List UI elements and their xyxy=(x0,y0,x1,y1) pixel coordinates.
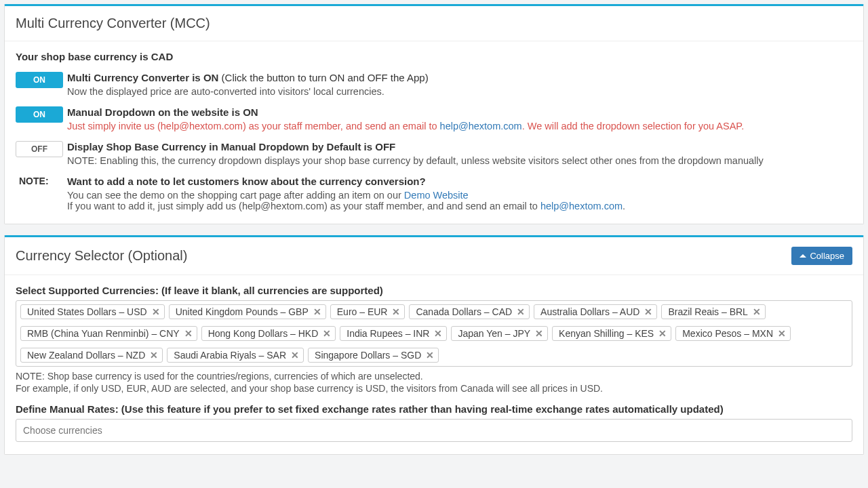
currency-note-1: NOTE: Shop base currency is used for the… xyxy=(16,371,852,382)
toggle-1[interactable]: ON xyxy=(16,106,63,123)
currency-tag: New Zealand Dollars – NZD✕ xyxy=(20,348,163,363)
remove-currency-icon[interactable]: ✕ xyxy=(150,350,158,360)
demo-website-link[interactable]: Demo Website xyxy=(404,190,469,201)
setting-title: Multi Currency Converter is ON (Click th… xyxy=(67,72,852,83)
remove-currency-icon[interactable]: ✕ xyxy=(184,329,193,338)
currency-tag-label: India Rupees – INR xyxy=(347,328,429,339)
currency-selector-header: Currency Selector (Optional) Collapse xyxy=(5,237,863,275)
currency-tag: Mexico Pesos – MXN✕ xyxy=(675,326,791,341)
currency-selector-panel: Currency Selector (Optional) Collapse Se… xyxy=(4,235,864,455)
note-row: NOTE: Want to add a note to let customer… xyxy=(16,176,852,211)
currency-tag: United States Dollars – USD✕ xyxy=(20,304,165,319)
note-title: Want to add a note to let customers know… xyxy=(67,176,852,187)
currency-tag: Hong Kong Dollars – HKD✕ xyxy=(201,326,336,341)
remove-currency-icon[interactable]: ✕ xyxy=(535,329,543,338)
setting-sub: Just simply invite us (help@hextom.com) … xyxy=(67,121,852,131)
collapse-button[interactable]: Collapse xyxy=(791,247,852,265)
remove-currency-icon[interactable]: ✕ xyxy=(778,329,786,338)
currency-tag: RMB (China Yuan Renminbi) – CNY✕ xyxy=(20,326,197,341)
currency-tag-label: Euro – EUR xyxy=(337,306,388,317)
currency-tag: India Rupees – INR✕ xyxy=(340,326,447,341)
setting-row: ONManual Dropdown on the website is ONJu… xyxy=(16,106,852,131)
currency-tag: Canada Dollars – CAD✕ xyxy=(409,304,530,319)
base-currency-line: Your shop base currency is CAD xyxy=(16,51,852,62)
currency-tag-label: Hong Kong Dollars – HKD xyxy=(208,328,319,339)
remove-currency-icon[interactable]: ✕ xyxy=(753,307,761,317)
note-line-1: You can see the demo on the shopping car… xyxy=(67,190,852,201)
currency-tag: Kenyan Shilling – KES✕ xyxy=(552,326,671,341)
currency-tag-label: Saudi Arabia Riyals – SAR xyxy=(174,350,286,361)
toggle-0[interactable]: ON xyxy=(16,72,63,88)
mcc-panel-title: Multi Currency Converter (MCC) xyxy=(16,16,210,31)
supported-currencies-input[interactable]: United States Dollars – USD✕United Kingd… xyxy=(16,300,852,367)
setting-title: Display Shop Base Currency in Manual Dro… xyxy=(67,141,852,152)
currency-tag: Euro – EUR✕ xyxy=(330,304,406,319)
note-label: NOTE: xyxy=(16,176,49,186)
remove-currency-icon[interactable]: ✕ xyxy=(152,307,160,317)
currency-tag-label: Mexico Pesos – MXN xyxy=(682,328,773,339)
remove-currency-icon[interactable]: ✕ xyxy=(517,307,525,317)
chevron-up-icon xyxy=(800,254,806,258)
currency-tag: Saudi Arabia Riyals – SAR✕ xyxy=(167,348,304,363)
currency-selector-title: Currency Selector (Optional) xyxy=(16,248,187,264)
setting-row: ONMulti Currency Converter is ON (Click … xyxy=(16,72,852,97)
currency-tag-label: United Kingdom Pounds – GBP xyxy=(176,306,309,317)
setting-sub: Now the displayed price are auto-convert… xyxy=(67,86,852,97)
remove-currency-icon[interactable]: ✕ xyxy=(323,329,331,338)
currency-tag-label: Singapore Dollars – SGD xyxy=(315,350,421,361)
manual-rates-label: Define Manual Rates: (Use this feature i… xyxy=(16,403,852,415)
setting-title: Manual Dropdown on the website is ON xyxy=(67,106,852,118)
currency-selector-body: Select Supported Currencies: (If leave i… xyxy=(5,275,863,454)
currency-tag: Australia Dollars – AUD✕ xyxy=(534,304,657,319)
currency-tag-label: Kenyan Shilling – KES xyxy=(559,328,654,339)
mcc-panel-body: Your shop base currency is CAD ONMulti C… xyxy=(5,41,863,224)
help-email-link[interactable]: help@hextom.com xyxy=(440,121,522,131)
currency-tag-label: Japan Yen – JPY xyxy=(458,328,530,339)
setting-row: OFFDisplay Shop Base Currency in Manual … xyxy=(16,141,852,166)
currency-tag-label: New Zealand Dollars – NZD xyxy=(27,350,145,361)
remove-currency-icon[interactable]: ✕ xyxy=(434,329,442,338)
mcc-panel: Multi Currency Converter (MCC) Your shop… xyxy=(4,4,864,224)
note-line-2-post: . xyxy=(623,201,625,211)
help-email-link[interactable]: help@hextom.com xyxy=(540,201,623,211)
note-line-2-pre: If you want to add it, just simply add u… xyxy=(67,201,540,211)
remove-currency-icon[interactable]: ✕ xyxy=(392,307,400,317)
manual-rates-input[interactable] xyxy=(16,419,852,442)
currency-tag: Japan Yen – JPY✕ xyxy=(451,326,548,341)
currency-tag-label: RMB (China Yuan Renminbi) – CNY xyxy=(27,328,180,339)
toggle-2[interactable]: OFF xyxy=(16,141,63,157)
currency-tag: Brazil Reais – BRL✕ xyxy=(661,304,766,319)
setting-sub: NOTE: Enabling this, the currency dropdo… xyxy=(67,155,852,166)
remove-currency-icon[interactable]: ✕ xyxy=(426,350,434,360)
note-line-2: If you want to add it, just simply add u… xyxy=(67,201,852,211)
currency-tag: Singapore Dollars – SGD✕ xyxy=(308,348,439,363)
mcc-panel-header: Multi Currency Converter (MCC) xyxy=(5,6,863,41)
currency-tag-label: Brazil Reais – BRL xyxy=(668,306,748,317)
remove-currency-icon[interactable]: ✕ xyxy=(313,307,321,317)
currency-note-2: For example, if only USD, EUR, AUD are s… xyxy=(16,383,852,394)
supported-currencies-label: Select Supported Currencies: (If leave i… xyxy=(16,285,852,296)
collapse-button-label: Collapse xyxy=(810,251,844,261)
note-line-1-pre: You can see the demo on the shopping car… xyxy=(67,190,404,201)
remove-currency-icon[interactable]: ✕ xyxy=(658,329,667,338)
remove-currency-icon[interactable]: ✕ xyxy=(644,307,652,317)
currency-tag-label: Canada Dollars – CAD xyxy=(416,306,512,317)
remove-currency-icon[interactable]: ✕ xyxy=(291,350,299,360)
currency-tag-label: United States Dollars – USD xyxy=(27,306,147,317)
currency-tag-label: Australia Dollars – AUD xyxy=(540,306,639,317)
currency-tag: United Kingdom Pounds – GBP✕ xyxy=(169,304,326,319)
